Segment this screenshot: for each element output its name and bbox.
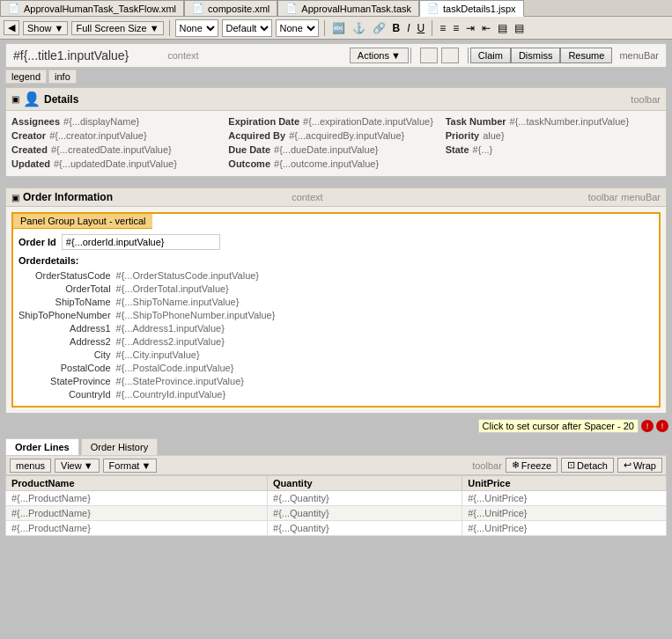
wrap-icon: ↩ xyxy=(624,459,631,471)
screen-size-button[interactable]: Full Screen Size ▼ xyxy=(71,21,163,35)
menus-button[interactable]: menus xyxy=(10,459,51,473)
freeze-icon: ❄ xyxy=(512,459,520,471)
layout-btn2[interactable] xyxy=(441,48,459,63)
table-toolbar-right: toolbar ❄ Freeze ⊡ Detach ↩ Wrap xyxy=(472,458,662,473)
bold-icon[interactable]: B xyxy=(391,21,402,35)
freeze-button[interactable]: ❄ Freeze xyxy=(506,458,558,473)
list1-icon[interactable]: ≡ xyxy=(438,21,447,35)
claim-button[interactable]: Claim xyxy=(470,48,511,63)
tab-composite-label: composite.xml xyxy=(208,4,270,14)
info-tab[interactable]: info xyxy=(48,70,77,84)
indent2-icon[interactable]: ⇤ xyxy=(480,21,492,35)
field-value-countryid: #{...CountryId.inputValue} xyxy=(116,388,654,400)
dropdown-none1[interactable]: None xyxy=(175,19,218,37)
due-value: #{...dueDate.inputValue} xyxy=(274,144,378,155)
actions-dropdown-icon: ▼ xyxy=(391,50,401,61)
table-header: ProductName Quantity UnitPrice xyxy=(6,476,667,491)
tab-bar: 📄 ApprovalHumanTask_TaskFlow.xml 📄 compo… xyxy=(0,0,672,17)
table-cell: #{...UnitPrice} xyxy=(462,521,667,536)
layout-buttons xyxy=(420,48,459,63)
actions-bar: #f{...title1.inputValue} context Actions… xyxy=(5,43,667,68)
acquired-label: Acquired By xyxy=(228,130,285,141)
dropdown-default[interactable]: Default xyxy=(222,19,272,37)
actions-sep1 xyxy=(410,48,411,63)
table-cell: #{...Quantity} xyxy=(268,506,462,521)
link-icon[interactable]: 🔗 xyxy=(371,21,388,35)
acquired-value: #{...acquiredBy.inputValue} xyxy=(289,130,404,141)
tab-composite[interactable]: 📄 composite.xml xyxy=(184,0,277,16)
tab-composite-icon: 📄 xyxy=(192,3,204,14)
wrap-button[interactable]: ↩ Wrap xyxy=(617,458,662,473)
outcome-label: Outcome xyxy=(228,158,270,169)
align2-icon[interactable]: ▤ xyxy=(513,21,526,35)
details-col3: Task Number #{...taskNumber.inputValue} … xyxy=(446,116,661,171)
details-collapse-btn[interactable]: ▣ xyxy=(11,94,19,104)
table-cell: #{...Quantity} xyxy=(268,491,462,506)
tab-taskdetails-label: taskDetails1.jspx xyxy=(443,4,516,14)
order-lines-tab[interactable]: Order Lines xyxy=(5,438,79,455)
italic-icon[interactable]: I xyxy=(405,21,411,35)
view-dropdown-icon: ▼ xyxy=(84,460,93,471)
assignees-row: Assignees #{...displayName} xyxy=(11,116,226,127)
updated-label: Updated xyxy=(11,158,50,169)
underline-icon[interactable]: U xyxy=(416,21,427,35)
show-button[interactable]: Show ▼ xyxy=(23,21,68,35)
dismiss-button[interactable]: Dismiss xyxy=(511,48,561,63)
page-title: #f{...title1.inputValue} xyxy=(13,48,164,62)
indent1-icon[interactable]: ⇥ xyxy=(464,21,476,35)
list2-icon[interactable]: ≡ xyxy=(451,21,461,35)
toolbar-nav-btn[interactable]: ◀ xyxy=(4,20,19,35)
details-col1: Assignees #{...displayName} Creator #{..… xyxy=(11,116,226,171)
order-fields: OrderStatusCode#{...OrderStatusCode.inpu… xyxy=(18,269,654,400)
table-cell: #{...ProductName} xyxy=(6,506,268,521)
updated-value: #{...updatedDate.inputValue} xyxy=(54,158,177,169)
field-label-shiptoname: ShipToName xyxy=(18,296,111,308)
tab-approvaltask[interactable]: 📄 ApprovalHumanTask.task xyxy=(277,0,419,16)
actions-button[interactable]: Actions ▼ xyxy=(350,48,409,63)
order-collapse-btn[interactable]: ▣ xyxy=(11,193,19,202)
assignees-value: #{...displayName} xyxy=(63,116,139,127)
layout-btn1[interactable] xyxy=(420,48,438,63)
state-value: #{...} xyxy=(473,144,493,155)
table-row: #{...ProductName}#{...Quantity}#{...Unit… xyxy=(6,521,667,536)
state-label: State xyxy=(446,144,469,155)
tab-taskflow[interactable]: 📄 ApprovalHumanTask_TaskFlow.xml xyxy=(0,0,184,16)
main-toolbar: ◀ Show ▼ Full Screen Size ▼ None Default… xyxy=(0,17,672,40)
field-value-shiptoname: #{...ShipToName.inputValue} xyxy=(116,296,654,308)
view-button[interactable]: View ▼ xyxy=(55,459,100,473)
format-dropdown-icon: ▼ xyxy=(141,460,151,471)
field-value-address2: #{...Address2.inputValue} xyxy=(116,335,654,348)
field-value-address1: #{...Address1.inputValue} xyxy=(116,322,654,334)
order-id-input[interactable] xyxy=(62,234,220,250)
priority-row: Priority alue} xyxy=(446,130,661,141)
resume-button[interactable]: Resume xyxy=(560,48,612,63)
expiration-value: #{...expirationDate.inputValue} xyxy=(303,116,433,127)
spacer-text[interactable]: Click to set cursor after Spacer - 20 xyxy=(478,419,639,433)
field-value-ordertotal: #{...OrderTotal.inputValue} xyxy=(116,283,654,295)
priority-value: alue} xyxy=(483,130,504,141)
due-row: Due Date #{...dueDate.inputValue} xyxy=(228,144,443,155)
order-id-label: Order Id xyxy=(18,237,56,247)
details-header: ▣ 👤 Details toolbar xyxy=(6,88,666,111)
order-history-tab[interactable]: Order History xyxy=(81,438,158,455)
format-button[interactable]: Format ▼ xyxy=(103,459,158,473)
actions-sep2 xyxy=(468,48,469,63)
table-cell: #{...UnitPrice} xyxy=(462,506,667,521)
order-title: Order Information xyxy=(23,191,288,203)
tab-taskflow-icon: 📄 xyxy=(8,3,20,14)
panel-group-label: Panel Group Layout - vertical xyxy=(13,214,659,229)
task-number-label: Task Number xyxy=(446,116,506,127)
anchor-icon[interactable]: ⚓ xyxy=(351,21,367,35)
created-value: #{...createdDate.inputValue} xyxy=(51,144,172,155)
tab-approvaltask-icon: 📄 xyxy=(285,3,298,14)
updated-row: Updated #{...updatedDate.inputValue} xyxy=(11,158,226,169)
field-label-orderstatuscode: OrderStatusCode xyxy=(18,269,111,282)
abc-icon[interactable]: 🔤 xyxy=(330,21,347,35)
legend-tab[interactable]: legend xyxy=(5,70,47,84)
dropdown-none2[interactable]: None xyxy=(276,19,319,37)
table-cell: #{...Quantity} xyxy=(268,521,462,536)
align1-icon[interactable]: ▤ xyxy=(496,21,509,35)
order-context-label: context xyxy=(292,192,322,202)
tab-taskdetails[interactable]: 📄 taskDetails1.jspx xyxy=(419,0,524,17)
detach-button[interactable]: ⊡ Detach xyxy=(561,458,614,473)
